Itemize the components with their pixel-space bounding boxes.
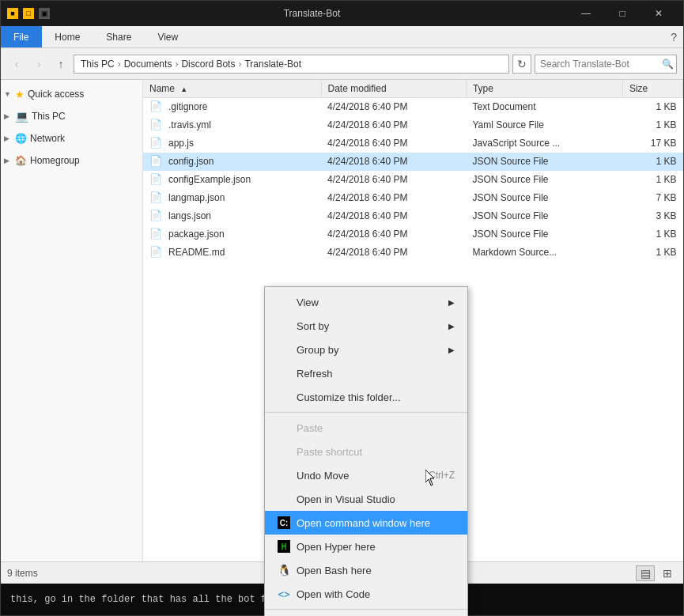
context-menu-item[interactable]: Undo Move Ctrl+Z bbox=[265, 463, 467, 487]
menu-item-left: 🐧 Open Bash here bbox=[278, 564, 372, 576]
network-arrow: ▶ bbox=[4, 134, 12, 142]
bash-icon: 🐧 bbox=[278, 564, 290, 576]
tab-view[interactable]: View bbox=[145, 26, 191, 47]
path-parts: This PC › Documents › Discord Bots › Tra… bbox=[81, 59, 301, 70]
menu-item-left: C: Open command window here bbox=[278, 516, 430, 529]
context-menu-item[interactable]: Paste bbox=[265, 416, 467, 440]
close-button[interactable]: ✕ bbox=[641, 1, 677, 26]
table-row[interactable]: 📄 configExample.json 4/24/2018 6:40 PM J… bbox=[143, 171, 683, 189]
col-date[interactable]: Date modified bbox=[321, 80, 466, 98]
ribbon-tabs: File Home Share View ? bbox=[1, 26, 683, 48]
quick-access-label: Quick access bbox=[28, 89, 84, 100]
path-discordbots[interactable]: Discord Bots bbox=[181, 59, 235, 70]
back-button[interactable]: ‹ bbox=[7, 55, 26, 74]
file-date: 4/24/2018 6:40 PM bbox=[321, 225, 466, 244]
path-documents[interactable]: Documents bbox=[124, 59, 172, 70]
file-size: 1 KB bbox=[622, 98, 682, 116]
file-date: 4/24/2018 6:40 PM bbox=[321, 98, 466, 116]
context-menu-item[interactable]: H Open Hyper here bbox=[265, 535, 467, 558]
file-name-cell: 📄 .travis.yml bbox=[143, 116, 321, 134]
context-menu: View ▶ Sort by ▶ Group by ▶ Refresh Cust… bbox=[264, 286, 468, 616]
table-row[interactable]: 📄 langmap.json 4/24/2018 6:40 PM JSON So… bbox=[143, 189, 683, 207]
file-size: 1 KB bbox=[622, 244, 682, 262]
menu-item-left: H Open Hyper here bbox=[278, 540, 376, 553]
refresh-button[interactable]: ↻ bbox=[512, 55, 531, 74]
context-menu-item[interactable]: View ▶ bbox=[265, 290, 467, 314]
context-menu-item[interactable]: Customize this folder... bbox=[265, 385, 467, 409]
quick-access-icon: ★ bbox=[15, 89, 25, 100]
this-pc-arrow: ▶ bbox=[4, 112, 12, 120]
sidebar-item-network[interactable]: ▶ 🌐 Network bbox=[1, 127, 142, 149]
menu-item-label: View bbox=[297, 297, 319, 308]
table-row[interactable]: 📄 README.md 4/24/2018 6:40 PM Markdown S… bbox=[143, 244, 683, 262]
file-size: 1 KB bbox=[622, 153, 682, 171]
ribbon-help: ? bbox=[671, 26, 683, 47]
context-menu-item[interactable]: Give access to ▶ bbox=[265, 613, 467, 616]
tab-home[interactable]: Home bbox=[42, 26, 93, 47]
table-row[interactable]: 📄 package.json 4/24/2018 6:40 PM JSON So… bbox=[143, 225, 683, 244]
file-size: 1 KB bbox=[622, 225, 682, 244]
app-icon-1: ■ bbox=[7, 8, 18, 19]
search-input[interactable] bbox=[540, 59, 659, 70]
path-translatebot[interactable]: Translate-Bot bbox=[244, 59, 301, 70]
up-button[interactable]: ↑ bbox=[51, 55, 70, 74]
context-menu-item[interactable]: Sort by ▶ bbox=[265, 314, 467, 338]
tab-share[interactable]: Share bbox=[93, 26, 145, 47]
sidebar-item-homegroup[interactable]: ▶ 🏠 Homegroup bbox=[1, 149, 142, 172]
table-row[interactable]: 📄 app.js 4/24/2018 6:40 PM JavaScript So… bbox=[143, 134, 683, 153]
app-icon-2: □ bbox=[23, 8, 34, 19]
file-type: JSON Source File bbox=[466, 207, 622, 225]
view-large-button[interactable]: ⊞ bbox=[658, 565, 677, 581]
menu-icon-placeholder bbox=[278, 493, 290, 505]
menu-item-label: Undo Move bbox=[297, 470, 349, 482]
address-path[interactable]: This PC › Documents › Discord Bots › Tra… bbox=[74, 55, 509, 74]
file-name: .gitignore bbox=[168, 101, 207, 112]
file-name-cell: 📄 langmap.json bbox=[143, 189, 321, 207]
context-menu-separator bbox=[265, 412, 467, 413]
maximize-button[interactable]: □ bbox=[604, 1, 641, 26]
menu-item-label: Group by bbox=[297, 344, 338, 356]
menu-item-left: Sort by bbox=[278, 319, 329, 332]
vscode-icon: <> bbox=[278, 588, 290, 600]
context-menu-item[interactable]: Group by ▶ bbox=[265, 338, 467, 361]
menu-icon-placeholder bbox=[278, 391, 290, 403]
table-row[interactable]: 📄 .travis.yml 4/24/2018 6:40 PM Yaml Sou… bbox=[143, 116, 683, 134]
col-size[interactable]: Size bbox=[622, 80, 682, 98]
menu-item-left: Undo Move bbox=[278, 469, 349, 482]
file-icon: 📄 bbox=[149, 173, 162, 186]
homegroup-label: Homegroup bbox=[30, 155, 80, 166]
context-menu-item[interactable]: Paste shortcut bbox=[265, 440, 467, 463]
forward-button[interactable]: › bbox=[29, 55, 48, 74]
context-menu-item[interactable]: <> Open with Code bbox=[265, 582, 467, 606]
ribbon: File Home Share View ? bbox=[1, 26, 683, 48]
shortcut-label: Ctrl+Z bbox=[429, 470, 455, 481]
context-menu-item[interactable]: Open in Visual Studio bbox=[265, 487, 467, 511]
file-table: Name ▲ Date modified Type Size 📄 .gitign… bbox=[143, 80, 683, 262]
col-name[interactable]: Name ▲ bbox=[143, 80, 321, 98]
sidebar-item-this-pc[interactable]: ▶ 💻 This PC bbox=[1, 105, 142, 127]
file-type: JSON Source File bbox=[466, 189, 622, 207]
menu-item-label: Refresh bbox=[297, 368, 333, 380]
col-type[interactable]: Type bbox=[466, 80, 622, 98]
sort-arrow: ▲ bbox=[180, 85, 187, 93]
file-name-cell: 📄 config.json bbox=[143, 153, 321, 171]
table-row[interactable]: 📄 langs.json 4/24/2018 6:40 PM JSON Sour… bbox=[143, 207, 683, 225]
table-row[interactable]: 📄 config.json 4/24/2018 6:40 PM JSON Sou… bbox=[143, 153, 683, 171]
context-menu-item[interactable]: 🐧 Open Bash here bbox=[265, 558, 467, 582]
context-menu-item[interactable]: C: Open command window here bbox=[265, 511, 467, 535]
minimize-button[interactable]: — bbox=[568, 1, 604, 26]
file-type: Markdown Source... bbox=[466, 244, 622, 262]
context-menu-item[interactable]: Refresh bbox=[265, 361, 467, 385]
tab-file[interactable]: File bbox=[1, 26, 42, 47]
network-icon: 🌐 bbox=[15, 133, 27, 144]
help-icon[interactable]: ? bbox=[671, 31, 677, 43]
this-pc-label: This PC bbox=[32, 111, 66, 122]
homegroup-icon: 🏠 bbox=[15, 155, 27, 166]
view-controls: ▤ ⊞ bbox=[636, 565, 677, 581]
view-details-button[interactable]: ▤ bbox=[636, 565, 655, 581]
file-name: langs.json bbox=[168, 210, 211, 221]
path-thispc[interactable]: This PC bbox=[81, 59, 115, 70]
table-row[interactable]: 📄 .gitignore 4/24/2018 6:40 PM Text Docu… bbox=[143, 98, 683, 116]
sidebar-item-quick-access[interactable]: ▼ ★ Quick access bbox=[1, 83, 142, 105]
file-name: app.js bbox=[168, 138, 194, 149]
